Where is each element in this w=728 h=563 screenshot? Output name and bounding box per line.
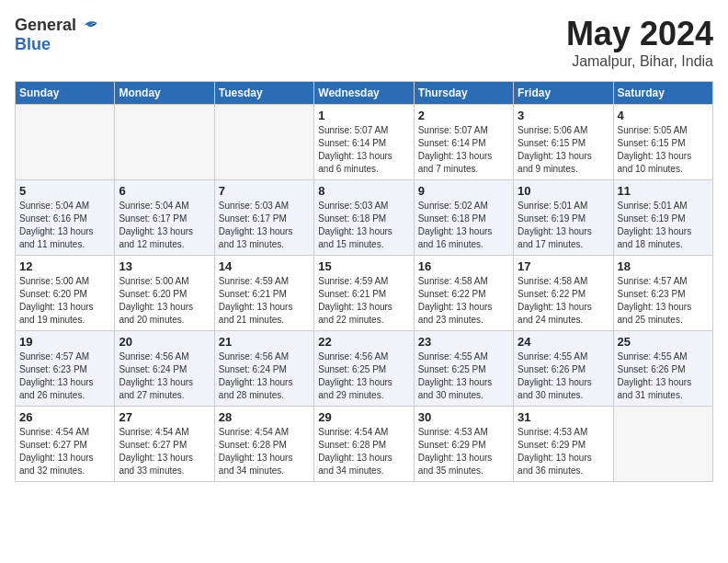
day-number: 24 [518,335,609,349]
calendar-day-cell: 6Sunrise: 5:04 AMSunset: 6:17 PMDaylight… [115,180,214,256]
day-info: Sunrise: 4:54 AMSunset: 6:28 PMDaylight:… [318,426,409,477]
day-info: Sunrise: 4:54 AMSunset: 6:27 PMDaylight:… [19,426,110,477]
day-of-week-header: Tuesday [214,82,313,105]
day-info: Sunrise: 5:03 AMSunset: 6:17 PMDaylight:… [219,200,310,251]
day-number: 31 [518,410,609,424]
day-number: 3 [518,109,609,122]
calendar-day-cell: 25Sunrise: 4:55 AMSunset: 6:26 PMDayligh… [613,331,712,407]
calendar-day-cell: 17Sunrise: 4:58 AMSunset: 6:22 PMDayligh… [514,256,613,331]
calendar-day-cell: 27Sunrise: 4:54 AMSunset: 6:27 PMDayligh… [115,407,214,482]
day-info: Sunrise: 4:55 AMSunset: 6:26 PMDaylight:… [618,350,709,402]
day-number: 18 [618,259,709,273]
calendar-day-cell: 24Sunrise: 4:55 AMSunset: 6:26 PMDayligh… [514,331,613,407]
calendar-day-cell: 4Sunrise: 5:05 AMSunset: 6:15 PMDaylight… [613,105,712,180]
calendar-day-cell: 19Sunrise: 4:57 AMSunset: 6:23 PMDayligh… [16,331,115,407]
location-subtitle: Jamalpur, Bihar, India [566,53,713,70]
calendar-day-cell: 23Sunrise: 4:55 AMSunset: 6:25 PMDayligh… [414,331,513,407]
calendar-day-cell [16,105,115,180]
day-of-week-header: Sunday [16,82,115,105]
title-area: May 2024 Jamalpur, Bihar, India [566,15,713,70]
calendar-day-cell: 29Sunrise: 4:54 AMSunset: 6:28 PMDayligh… [314,407,414,482]
calendar-day-cell: 11Sunrise: 5:01 AMSunset: 6:19 PMDayligh… [613,180,712,256]
calendar-day-cell: 3Sunrise: 5:06 AMSunset: 6:15 PMDaylight… [514,105,613,180]
day-info: Sunrise: 5:05 AMSunset: 6:15 PMDaylight:… [618,124,709,176]
calendar-day-cell: 16Sunrise: 4:58 AMSunset: 6:22 PMDayligh… [414,256,513,331]
day-info: Sunrise: 5:02 AMSunset: 6:18 PMDaylight:… [418,200,509,251]
day-info: Sunrise: 5:06 AMSunset: 6:15 PMDaylight:… [518,124,609,176]
day-of-week-header: Saturday [613,82,712,105]
calendar-week-row: 12Sunrise: 5:00 AMSunset: 6:20 PMDayligh… [16,256,713,331]
day-number: 14 [219,259,310,273]
calendar-day-cell: 21Sunrise: 4:56 AMSunset: 6:24 PMDayligh… [214,331,313,407]
day-info: Sunrise: 4:58 AMSunset: 6:22 PMDaylight:… [418,275,509,327]
day-number: 13 [119,259,210,273]
calendar-day-cell: 13Sunrise: 5:00 AMSunset: 6:20 PMDayligh… [115,256,214,331]
day-number: 26 [19,410,110,424]
calendar-header-row: SundayMondayTuesdayWednesdayThursdayFrid… [16,82,713,105]
calendar-week-row: 26Sunrise: 4:54 AMSunset: 6:27 PMDayligh… [16,407,713,482]
calendar-day-cell: 10Sunrise: 5:01 AMSunset: 6:19 PMDayligh… [514,180,613,256]
day-info: Sunrise: 5:01 AMSunset: 6:19 PMDaylight:… [618,200,709,251]
calendar-day-cell: 18Sunrise: 4:57 AMSunset: 6:23 PMDayligh… [613,256,712,331]
day-number: 30 [418,410,509,424]
day-of-week-header: Wednesday [314,82,414,105]
calendar-day-cell [115,105,214,180]
calendar-day-cell: 7Sunrise: 5:03 AMSunset: 6:17 PMDaylight… [214,180,313,256]
day-number: 10 [518,184,609,198]
day-number: 11 [618,184,709,198]
logo-general-text: General [15,16,76,35]
calendar-day-cell: 22Sunrise: 4:56 AMSunset: 6:25 PMDayligh… [314,331,414,407]
logo-bird-icon [78,15,98,35]
day-info: Sunrise: 4:56 AMSunset: 6:25 PMDaylight:… [318,350,409,402]
calendar-week-row: 5Sunrise: 5:04 AMSunset: 6:16 PMDaylight… [16,180,713,256]
calendar-day-cell: 9Sunrise: 5:02 AMSunset: 6:18 PMDaylight… [414,180,513,256]
calendar-day-cell: 30Sunrise: 4:53 AMSunset: 6:29 PMDayligh… [414,407,513,482]
calendar-day-cell: 5Sunrise: 5:04 AMSunset: 6:16 PMDaylight… [16,180,115,256]
calendar-day-cell: 8Sunrise: 5:03 AMSunset: 6:18 PMDaylight… [314,180,414,256]
day-number: 17 [518,259,609,273]
day-info: Sunrise: 4:56 AMSunset: 6:24 PMDaylight:… [119,350,210,402]
logo: General Blue [15,15,98,54]
day-number: 7 [219,184,310,198]
day-info: Sunrise: 4:58 AMSunset: 6:22 PMDaylight:… [518,275,609,327]
day-info: Sunrise: 4:57 AMSunset: 6:23 PMDaylight:… [19,350,110,402]
day-number: 28 [219,410,310,424]
day-number: 16 [418,259,509,273]
calendar-week-row: 1Sunrise: 5:07 AMSunset: 6:14 PMDaylight… [16,105,713,180]
day-info: Sunrise: 4:55 AMSunset: 6:26 PMDaylight:… [518,350,609,402]
calendar-week-row: 19Sunrise: 4:57 AMSunset: 6:23 PMDayligh… [16,331,713,407]
day-info: Sunrise: 4:53 AMSunset: 6:29 PMDaylight:… [418,426,509,477]
day-number: 25 [618,335,709,349]
day-number: 29 [318,410,409,424]
calendar-day-cell: 2Sunrise: 5:07 AMSunset: 6:14 PMDaylight… [414,105,513,180]
day-info: Sunrise: 5:07 AMSunset: 6:14 PMDaylight:… [418,124,509,176]
calendar-day-cell [214,105,313,180]
day-of-week-header: Monday [115,82,214,105]
calendar-day-cell: 15Sunrise: 4:59 AMSunset: 6:21 PMDayligh… [314,256,414,331]
day-number: 19 [19,335,110,349]
day-number: 5 [19,184,110,198]
day-info: Sunrise: 4:53 AMSunset: 6:29 PMDaylight:… [518,426,609,477]
calendar-table: SundayMondayTuesdayWednesdayThursdayFrid… [15,81,713,482]
day-info: Sunrise: 5:00 AMSunset: 6:20 PMDaylight:… [119,275,210,327]
day-info: Sunrise: 5:03 AMSunset: 6:18 PMDaylight:… [318,200,409,251]
calendar-day-cell: 12Sunrise: 5:00 AMSunset: 6:20 PMDayligh… [16,256,115,331]
day-number: 21 [219,335,310,349]
calendar-day-cell: 28Sunrise: 4:54 AMSunset: 6:28 PMDayligh… [214,407,313,482]
day-number: 22 [318,335,409,349]
day-info: Sunrise: 4:57 AMSunset: 6:23 PMDaylight:… [618,275,709,327]
calendar-day-cell: 14Sunrise: 4:59 AMSunset: 6:21 PMDayligh… [214,256,313,331]
day-of-week-header: Friday [514,82,613,105]
day-number: 12 [19,259,110,273]
page-header: General Blue May 2024 Jamalpur, Bihar, I… [15,15,713,70]
month-year-title: May 2024 [566,15,713,53]
day-number: 27 [119,410,210,424]
day-info: Sunrise: 5:04 AMSunset: 6:16 PMDaylight:… [19,200,110,251]
day-info: Sunrise: 4:59 AMSunset: 6:21 PMDaylight:… [219,275,310,327]
day-number: 2 [418,109,509,122]
day-number: 20 [119,335,210,349]
day-number: 8 [318,184,409,198]
day-number: 6 [119,184,210,198]
calendar-day-cell: 1Sunrise: 5:07 AMSunset: 6:14 PMDaylight… [314,105,414,180]
day-info: Sunrise: 4:59 AMSunset: 6:21 PMDaylight:… [318,275,409,327]
